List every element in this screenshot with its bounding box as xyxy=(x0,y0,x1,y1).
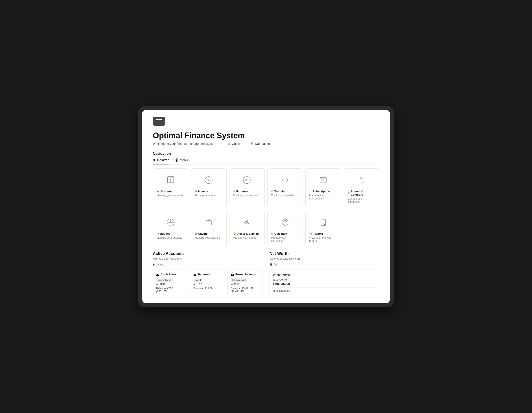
svg-rect-3 xyxy=(160,121,161,121)
personal-currency-icon: ⊕ xyxy=(193,283,196,286)
report-icon xyxy=(309,215,337,229)
nav-card-budget[interactable]: ◑ Budget Manage your budgets xyxy=(153,211,188,246)
logo-bar xyxy=(153,117,379,126)
transfer-desc: Track your transfers xyxy=(271,194,299,197)
nav-card-saving[interactable]: ▦ Saving Manage your savings xyxy=(191,211,226,246)
euros-savings-balance: Balance: €5,471.46 ($6,032.48) xyxy=(231,287,259,293)
mobile-icon: 📱 xyxy=(175,158,178,162)
svg-point-33 xyxy=(282,219,288,225)
budget-name: Budget xyxy=(160,232,170,235)
active-filter-label: Active xyxy=(156,263,164,266)
total-assets-value: $406,993.25 xyxy=(273,282,376,286)
guide-label: Guide xyxy=(232,142,240,146)
page-title: Optimal Finance System xyxy=(153,131,379,140)
nav-card-asset-liability[interactable]: 🔒 Asset & Liability Manage your goods xyxy=(229,211,265,246)
saving-small-icon: ▦ xyxy=(195,232,197,235)
tab-desktop[interactable]: 🖥 Desktop xyxy=(153,158,169,164)
networth-card-icon: ⊕ xyxy=(273,272,276,277)
desktop-icon: 🖥 xyxy=(153,158,156,162)
nav-card-income[interactable]: ⊕ Income Track your income xyxy=(191,169,226,207)
source-category-small-icon: ⊞ xyxy=(347,192,350,195)
active-accounts-subtitle: Manage your accounts xyxy=(153,257,263,260)
euros-savings-badge: International xyxy=(231,279,247,282)
account-card-euros-savings[interactable]: 🏛 Euros Savings International ⊕ EUR Bala… xyxy=(228,269,263,296)
source-category-icon xyxy=(347,173,375,187)
nav-card-account[interactable]: 🏛 Account Manage your accounts xyxy=(153,169,188,207)
account-card-personal[interactable]: 🏛 Personal Local ⊕ USD Balance: $4,659 xyxy=(190,269,225,296)
navigation-section-title: Navigation xyxy=(153,152,379,156)
transfer-small-icon: ⇄ xyxy=(271,190,273,193)
account-name: Account xyxy=(160,190,172,193)
saving-desc: Manage your savings xyxy=(195,236,223,239)
saving-icon xyxy=(195,215,223,229)
account-icon xyxy=(157,173,185,187)
account-small-icon: 🏛 xyxy=(157,190,159,193)
screen: Optimal Finance System Welcome to your f… xyxy=(142,110,390,303)
bottom-section: Active Accounts Manage your accounts ▶ A… xyxy=(153,251,379,296)
net-worth-subtitle: View your total Net-worth xyxy=(269,257,379,260)
source-category-name: Source & Category xyxy=(351,190,375,196)
account-card-cash-euros[interactable]: 🏛 Cash Euros International ⊕ EUR Balance… xyxy=(153,269,188,296)
guide-link[interactable]: 📖 Guide xyxy=(227,142,240,146)
expense-desc: Track your expenses xyxy=(233,194,261,197)
svg-line-7 xyxy=(171,177,173,178)
asset-liability-icon xyxy=(233,215,261,229)
income-small-icon: ⊕ xyxy=(195,190,197,193)
device-frame: Optimal Finance System Welcome to your f… xyxy=(138,106,394,307)
income-icon xyxy=(195,173,223,187)
nav-card-subscription[interactable]: ⇄ Subscription Manage your subscriptions xyxy=(305,169,341,207)
nav-grid-row2-empty xyxy=(344,211,379,246)
svg-rect-2 xyxy=(158,121,159,121)
nav-card-source-category[interactable]: ⊞ Source & Category Manage your categori… xyxy=(344,169,379,207)
subscription-icon xyxy=(309,173,337,187)
personal-badge: Local xyxy=(193,279,202,282)
budget-desc: Manage your budgets xyxy=(157,236,185,239)
expense-small-icon: ⊕ xyxy=(233,190,235,193)
euros-savings-name: Euros Savings xyxy=(235,273,255,276)
navigation-tabs: 🖥 Desktop 📱 Mobile xyxy=(153,158,379,164)
net-worth-filter[interactable]: ☰ All xyxy=(269,263,379,266)
subscription-desc: Manage your subscriptions xyxy=(309,194,337,200)
active-accounts-title: Active Accounts xyxy=(153,251,263,256)
nav-card-transfer[interactable]: ⇄ Transfer Track your transfers xyxy=(267,169,303,207)
nav-card-report[interactable]: 📊 Report View your financial reports xyxy=(305,211,341,246)
databases-label: Databases xyxy=(255,142,270,146)
nav-card-currency[interactable]: ⊕ Currency Manage your currencies xyxy=(267,211,303,246)
networth-card-name: Net-Worth xyxy=(277,273,291,276)
guide-icon: 📖 xyxy=(227,142,230,146)
income-desc: Track your income xyxy=(195,194,223,197)
personal-name: Personal xyxy=(198,273,210,276)
cash-euros-badge: International xyxy=(156,279,173,282)
total-liabilities-label: Total Liabilities xyxy=(273,289,376,292)
accounts-grid: 🏛 Cash Euros International ⊕ EUR Balance… xyxy=(153,269,263,296)
databases-icon: 🗄 xyxy=(251,142,254,146)
svg-rect-22 xyxy=(359,181,361,183)
personal-currency: USD xyxy=(197,283,202,286)
active-filter-icon: ▶ xyxy=(153,263,155,266)
personal-balance: Balance: $4,659 xyxy=(193,287,222,290)
networth-card[interactable]: ⊕ Net-Worth Total Assets $406,993.25 Tot… xyxy=(269,269,379,296)
subtitle-row: Welcome to your finance management syste… xyxy=(153,142,379,146)
tab-mobile[interactable]: 📱 Mobile xyxy=(175,158,189,164)
svg-rect-34 xyxy=(321,219,325,225)
transfer-icon xyxy=(271,173,299,187)
svg-rect-26 xyxy=(206,221,211,225)
total-assets-label: Total Assets xyxy=(273,279,376,282)
currency-desc: Manage your currencies xyxy=(271,236,299,242)
net-worth-title: Net-Worth xyxy=(269,251,379,256)
cash-euros-icon: 🏛 xyxy=(156,272,160,276)
nav-card-expense[interactable]: ⊕ Expense Track your expenses xyxy=(229,169,265,207)
expense-icon xyxy=(233,173,261,187)
report-desc: View your financial reports xyxy=(309,236,337,242)
nav-grid-row2: ◑ Budget Manage your budgets xyxy=(153,211,379,246)
expense-name: Expense xyxy=(236,190,248,193)
active-accounts-filter[interactable]: ▶ Active xyxy=(153,263,263,266)
subtitle-text: Welcome to your finance management syste… xyxy=(153,142,216,146)
currency-name: Currency xyxy=(274,232,287,235)
income-name: Income xyxy=(198,190,208,193)
databases-link[interactable]: 🗄 Databases xyxy=(251,142,270,146)
currency-icon xyxy=(271,215,299,229)
currency-small-icon: ⊕ xyxy=(271,232,273,235)
account-desc: Manage your accounts xyxy=(157,194,185,197)
euros-savings-icon: 🏛 xyxy=(231,272,234,276)
